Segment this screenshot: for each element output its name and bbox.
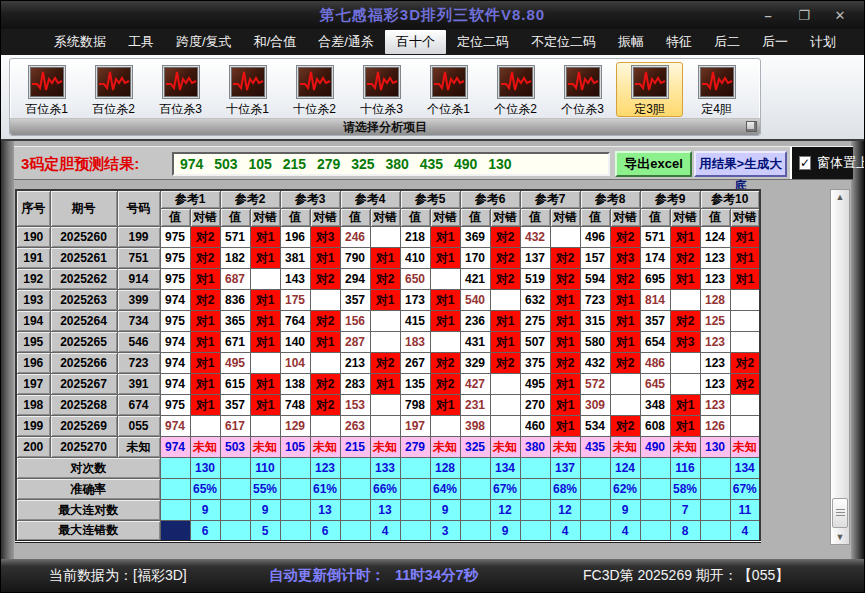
value-cell[interactable]: 974 <box>160 416 190 437</box>
value-cell[interactable]: 125 <box>700 311 730 332</box>
summary-spacer-cell[interactable] <box>460 521 490 542</box>
value-cell[interactable]: 460 <box>520 416 550 437</box>
value-cell[interactable]: 231 <box>460 395 490 416</box>
value-cell[interactable]: 104 <box>280 353 310 374</box>
mark-cell[interactable]: 对1 <box>250 227 280 248</box>
number-cell[interactable]: 199 <box>117 227 160 248</box>
menu-item-6[interactable]: 百十个 <box>385 30 446 54</box>
summary-spacer-cell[interactable] <box>520 458 550 479</box>
summary-spacer-cell[interactable] <box>220 479 250 500</box>
seq-cell[interactable]: 200 <box>16 437 50 458</box>
value-cell[interactable]: 975 <box>160 269 190 290</box>
summary-spacer-cell[interactable] <box>340 479 370 500</box>
value-cell[interactable]: 135 <box>400 374 430 395</box>
mark-cell[interactable]: 未知 <box>670 437 700 458</box>
issue-cell[interactable]: 2025263 <box>50 290 117 311</box>
value-cell[interactable]: 157 <box>580 248 610 269</box>
export-excel-button[interactable]: 导出excel <box>615 151 692 177</box>
value-cell[interactable]: 329 <box>460 353 490 374</box>
value-cell[interactable]: 572 <box>580 374 610 395</box>
close-icon[interactable]: ✕ <box>822 1 858 29</box>
number-cell[interactable]: 未知 <box>117 437 160 458</box>
summary-spacer-cell[interactable] <box>580 521 610 542</box>
mark-cell[interactable]: 对1 <box>550 416 580 437</box>
value-cell[interactable]: 375 <box>520 353 550 374</box>
summary-value-cell[interactable]: 9 <box>190 500 220 521</box>
value-cell[interactable]: 975 <box>160 248 190 269</box>
value-cell[interactable]: 275 <box>520 311 550 332</box>
value-cell[interactable]: 137 <box>520 248 550 269</box>
mark-cell[interactable]: 对2 <box>670 311 700 332</box>
value-cell[interactable]: 608 <box>640 416 670 437</box>
seq-cell[interactable]: 199 <box>16 416 50 437</box>
value-cell[interactable]: 236 <box>460 311 490 332</box>
mark-cell[interactable]: 对2 <box>550 269 580 290</box>
mark-cell[interactable]: 对1 <box>610 290 640 311</box>
mark-cell[interactable] <box>310 290 340 311</box>
summary-value-cell[interactable]: 58% <box>670 479 700 500</box>
mark-cell[interactable]: 对2 <box>490 227 520 248</box>
summary-value-cell[interactable]: 4 <box>610 521 640 542</box>
value-cell[interactable]: 435 <box>580 437 610 458</box>
value-cell[interactable]: 357 <box>340 290 370 311</box>
summary-value-cell[interactable]: 134 <box>490 458 520 479</box>
summary-spacer-cell[interactable] <box>520 479 550 500</box>
value-cell[interactable]: 357 <box>220 395 250 416</box>
value-cell[interactable]: 140 <box>280 332 310 353</box>
value-cell[interactable]: 123 <box>700 395 730 416</box>
mark-cell[interactable] <box>430 269 460 290</box>
mark-cell[interactable]: 对1 <box>370 290 400 311</box>
value-cell[interactable]: 814 <box>640 290 670 311</box>
number-cell[interactable]: 546 <box>117 332 160 353</box>
summary-spacer-cell[interactable] <box>580 458 610 479</box>
value-cell[interactable]: 365 <box>220 311 250 332</box>
summary-spacer-cell[interactable] <box>220 458 250 479</box>
summary-spacer-cell[interactable] <box>580 500 610 521</box>
menu-item-2[interactable]: 工具 <box>117 30 165 54</box>
mark-cell[interactable]: 对1 <box>190 353 220 374</box>
summary-value-cell[interactable]: 6 <box>310 521 340 542</box>
value-cell[interactable]: 129 <box>280 416 310 437</box>
seq-cell[interactable]: 194 <box>16 311 50 332</box>
summary-value-cell[interactable]: 116 <box>670 458 700 479</box>
issue-cell[interactable]: 2025269 <box>50 416 117 437</box>
menu-item-3[interactable]: 跨度/复式 <box>165 30 243 54</box>
mark-cell[interactable]: 对2 <box>310 269 340 290</box>
mark-cell[interactable] <box>730 311 760 332</box>
summary-spacer-cell[interactable] <box>580 479 610 500</box>
mark-cell[interactable]: 对2 <box>310 395 340 416</box>
value-cell[interactable]: 174 <box>640 248 670 269</box>
value-cell[interactable]: 496 <box>580 227 610 248</box>
mark-cell[interactable]: 未知 <box>190 437 220 458</box>
summary-spacer-cell[interactable] <box>700 458 730 479</box>
value-cell[interactable]: 143 <box>280 269 310 290</box>
menu-item-4[interactable]: 和/合值 <box>243 30 308 54</box>
value-cell[interactable]: 432 <box>580 353 610 374</box>
summary-spacer-cell[interactable] <box>700 479 730 500</box>
mark-cell[interactable]: 对1 <box>190 311 220 332</box>
summary-spacer-cell[interactable] <box>280 458 310 479</box>
summary-spacer-cell[interactable] <box>640 458 670 479</box>
mark-cell[interactable]: 对2 <box>670 248 700 269</box>
tool-button-7[interactable]: 个位杀1 <box>415 62 482 117</box>
mark-cell[interactable]: 对2 <box>370 269 400 290</box>
value-cell[interactable]: 748 <box>280 395 310 416</box>
mark-cell[interactable]: 对1 <box>490 332 520 353</box>
value-cell[interactable]: 580 <box>580 332 610 353</box>
value-cell[interactable]: 571 <box>640 227 670 248</box>
mark-cell[interactable]: 对2 <box>730 374 760 395</box>
mark-cell[interactable] <box>670 374 700 395</box>
issue-cell[interactable]: 2025270 <box>50 437 117 458</box>
summary-value-cell[interactable]: 64% <box>430 479 460 500</box>
value-cell[interactable]: 153 <box>340 395 370 416</box>
value-cell[interactable]: 218 <box>400 227 430 248</box>
mark-cell[interactable]: 对1 <box>730 248 760 269</box>
value-cell[interactable]: 790 <box>340 248 370 269</box>
mark-cell[interactable]: 对1 <box>550 332 580 353</box>
summary-value-cell[interactable]: 4 <box>550 521 580 542</box>
seq-cell[interactable]: 195 <box>16 332 50 353</box>
value-cell[interactable]: 138 <box>280 374 310 395</box>
mark-cell[interactable] <box>610 374 640 395</box>
mark-cell[interactable]: 对1 <box>190 269 220 290</box>
summary-value-cell[interactable]: 4 <box>730 521 760 542</box>
